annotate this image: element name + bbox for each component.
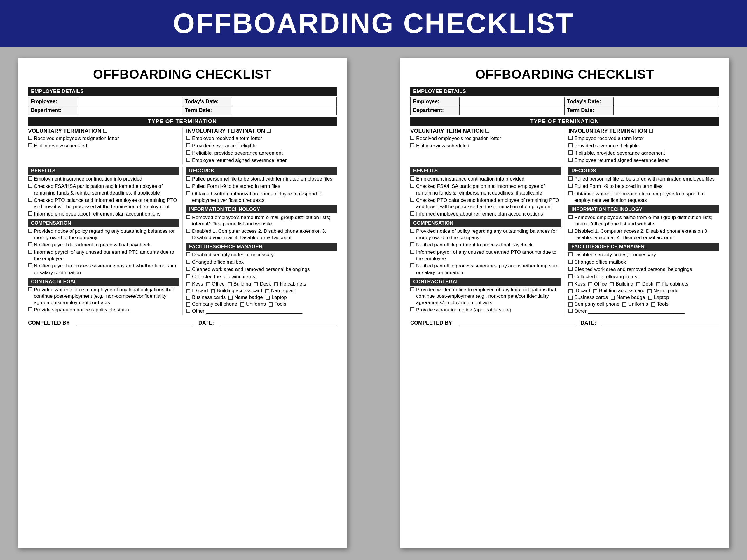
invol-cb-4-right[interactable] <box>568 158 572 162</box>
desk-cb-right[interactable] <box>636 282 640 287</box>
rec-cb-2-right[interactable] <box>568 184 572 188</box>
vol-cb-2-right[interactable] <box>410 143 414 147</box>
comp-cb-2-right[interactable] <box>410 242 414 246</box>
invol-item-4-right: Employee returned signed severance lette… <box>568 157 719 164</box>
uniforms-cb-right[interactable] <box>622 302 626 306</box>
office-cb-right[interactable] <box>588 282 592 287</box>
tools-cb-right[interactable] <box>651 302 655 306</box>
fac-cb-2-left[interactable] <box>186 260 190 264</box>
date-label-right: DATE: <box>581 320 596 326</box>
ben-item-4-left: Informed employee about retirement plan … <box>28 211 179 217</box>
contract-cb-2-left[interactable] <box>28 308 32 312</box>
involuntary-checkbox-left[interactable] <box>267 129 271 133</box>
ben-cb-3-left[interactable] <box>28 198 32 202</box>
voluntary-checkbox-left[interactable] <box>103 129 107 133</box>
namebadge-cb-right[interactable] <box>611 296 615 300</box>
invol-cb-3-left[interactable] <box>186 151 190 155</box>
employee-value-right <box>459 98 565 106</box>
bizcards-cb-right[interactable] <box>568 296 572 300</box>
other-cb-right[interactable] <box>568 309 572 313</box>
desk-cb-left[interactable] <box>254 282 258 287</box>
benefits-records-left: BENEFITS Employment insurance continuati… <box>28 167 337 315</box>
fac-cb-3-left[interactable] <box>186 267 190 271</box>
rec-cb-1-left[interactable] <box>186 177 190 181</box>
idcard-cb-right[interactable] <box>568 289 572 293</box>
nameplate-cb-left[interactable] <box>265 289 269 293</box>
namebadge-cb-left[interactable] <box>229 296 233 300</box>
invol-cb-3-right[interactable] <box>568 151 572 155</box>
date-field-left[interactable] <box>220 320 337 325</box>
rec-cb-2-left[interactable] <box>186 184 190 188</box>
invol-cb-4-left[interactable] <box>186 158 190 162</box>
uniforms-cb-left[interactable] <box>240 302 244 306</box>
vol-cb-1-right[interactable] <box>410 136 414 140</box>
rec-cb-3-left[interactable] <box>186 191 190 195</box>
fac-cb-4-right[interactable] <box>568 274 572 278</box>
idcard-cb-left[interactable] <box>186 289 190 293</box>
fac-cb-1-right[interactable] <box>568 252 572 257</box>
ben-cb-2-left[interactable] <box>28 184 32 188</box>
it-cb-1-left[interactable] <box>186 215 190 219</box>
benefits-col-right: BENEFITS Employment insurance continuati… <box>410 167 565 315</box>
comp-cb-4-left[interactable] <box>28 263 32 267</box>
comp-cb-2-left[interactable] <box>28 242 32 246</box>
ben-cb-4-right[interactable] <box>410 211 414 216</box>
voluntary-checkbox-right[interactable] <box>485 129 489 133</box>
building-cb-left[interactable] <box>228 282 232 287</box>
fac-cb-2-right[interactable] <box>568 260 572 264</box>
rec-cb-1-right[interactable] <box>568 177 572 181</box>
ben-cb-2-right[interactable] <box>410 184 414 188</box>
completed-by-field-right[interactable] <box>458 320 575 325</box>
ben-cb-1-left[interactable] <box>28 177 32 181</box>
infotech-header-right: INFORMATION TECHNOLOGY <box>568 205 719 213</box>
comp-cb-1-right[interactable] <box>410 229 414 233</box>
office-cb-left[interactable] <box>206 282 210 287</box>
laptop-cb-right[interactable] <box>648 296 652 300</box>
nameplate-cb-right[interactable] <box>647 289 651 293</box>
building-cb-right[interactable] <box>610 282 614 287</box>
it-cb-2-left[interactable] <box>186 229 190 233</box>
fac-cb-3-right[interactable] <box>568 267 572 271</box>
contract-cb-2-right[interactable] <box>410 308 414 312</box>
vol-cb-2-left[interactable] <box>28 143 32 147</box>
keys-cb-left[interactable] <box>186 282 190 287</box>
it-cb-2-right[interactable] <box>568 229 572 233</box>
comp-cb-1-left[interactable] <box>28 229 32 233</box>
rec-cb-3-right[interactable] <box>568 191 572 195</box>
invol-item-4-left: Employee returned signed severance lette… <box>186 157 337 164</box>
ben-cb-3-right[interactable] <box>410 198 414 202</box>
laptop-cb-left[interactable] <box>266 296 270 300</box>
invol-cb-2-left[interactable] <box>186 143 190 147</box>
page-title: OFFBOARDING CHECKLIST <box>173 7 574 39</box>
buildingcard-cb-left[interactable] <box>211 289 215 293</box>
fac-cb-4-left[interactable] <box>186 274 190 278</box>
comp-cb-3-right[interactable] <box>410 250 414 254</box>
it-cb-1-right[interactable] <box>568 215 572 219</box>
completed-by-field-left[interactable] <box>76 320 192 325</box>
ben-cb-1-right[interactable] <box>410 177 414 181</box>
invol-cb-2-right[interactable] <box>568 143 572 147</box>
invol-cb-1-left[interactable] <box>186 136 190 140</box>
keys-cb-right[interactable] <box>568 282 572 287</box>
comp-cb-3-left[interactable] <box>28 250 32 254</box>
buildingcard-cb-right[interactable] <box>593 289 597 293</box>
employee-details-table-right: Employee: Today's Date: Department: Term… <box>410 97 719 115</box>
invol-cb-1-right[interactable] <box>568 136 572 140</box>
date-field-right[interactable] <box>602 320 719 325</box>
comp-cb-4-right[interactable] <box>410 263 414 267</box>
vol-cb-1-left[interactable] <box>28 136 32 140</box>
contract-cb-1-left[interactable] <box>28 287 32 291</box>
filecab-cb-left[interactable] <box>274 282 278 287</box>
contract-cb-1-right[interactable] <box>410 287 414 291</box>
collected-row-2-left: ID card Building access card Name plate <box>186 288 337 294</box>
cellphone-cb-left[interactable] <box>186 302 190 306</box>
bizcards-cb-left[interactable] <box>186 296 190 300</box>
comp-item-4-left: Notified payroll to process severance pa… <box>28 263 179 276</box>
tools-cb-left[interactable] <box>269 302 273 306</box>
ben-cb-4-left[interactable] <box>28 211 32 216</box>
fac-cb-1-left[interactable] <box>186 252 190 257</box>
involuntary-checkbox-right[interactable] <box>649 129 653 133</box>
cellphone-cb-right[interactable] <box>568 302 572 306</box>
other-cb-left[interactable] <box>186 309 190 313</box>
filecab-cb-right[interactable] <box>656 282 660 287</box>
